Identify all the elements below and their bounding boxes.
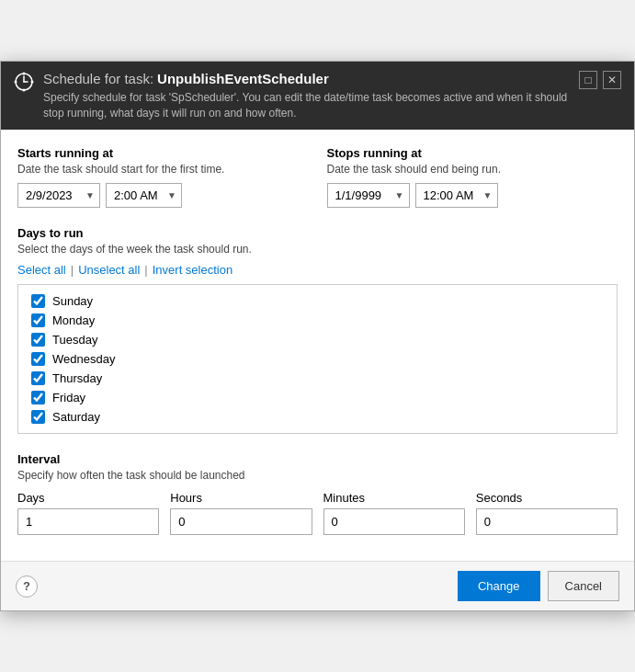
header-title: Schedule for task: UnpublishEventSchedul… bbox=[43, 71, 570, 86]
schedule-dialog: Schedule for task: UnpublishEventSchedul… bbox=[0, 61, 635, 612]
unselect-all-button[interactable]: Unselect all bbox=[78, 263, 140, 277]
days-desc: Select the days of the week the task sho… bbox=[17, 243, 618, 256]
header-subtitle: Specify schedule for task 'SpScheduler'.… bbox=[43, 90, 570, 121]
interval-section: Interval Specify how often the task shou… bbox=[17, 452, 618, 535]
stops-time-select[interactable]: 12:00 AM bbox=[415, 183, 498, 208]
day-item: Thursday bbox=[31, 371, 604, 385]
hours-field: Hours bbox=[170, 491, 312, 535]
interval-inputs: Days Hours Minutes Seconds bbox=[17, 491, 618, 535]
minutes-input[interactable] bbox=[323, 508, 465, 535]
starts-date-select[interactable]: 2/9/2023 bbox=[17, 183, 100, 208]
checkbox-friday[interactable] bbox=[31, 391, 45, 404]
day-item: Friday bbox=[31, 391, 604, 404]
days-box: SundayMondayTuesdayWednesdayThursdayFrid… bbox=[17, 284, 618, 434]
sep2: | bbox=[144, 263, 147, 277]
stops-date-wrapper: 1/1/9999 ▼ bbox=[327, 183, 410, 208]
change-button[interactable]: Change bbox=[458, 571, 540, 601]
svg-point-4 bbox=[23, 88, 26, 91]
minutes-field-label: Minutes bbox=[323, 491, 465, 505]
seconds-field: Seconds bbox=[476, 491, 618, 535]
starts-time-wrapper: 2:00 AM ▼ bbox=[106, 183, 182, 208]
dialog-footer: ? Change Cancel bbox=[1, 561, 634, 610]
starts-stops-section: Starts running at Date the task should s… bbox=[17, 146, 618, 208]
starts-date-wrapper: 2/9/2023 ▼ bbox=[17, 183, 100, 208]
day-label-wednesday: Wednesday bbox=[52, 352, 115, 366]
header-content: Schedule for task: UnpublishEventSchedul… bbox=[43, 71, 570, 121]
starts-label: Starts running at bbox=[17, 146, 309, 160]
select-all-button[interactable]: Select all bbox=[17, 263, 66, 277]
days-input[interactable] bbox=[17, 508, 159, 535]
svg-point-6 bbox=[31, 80, 34, 83]
day-label-sunday: Sunday bbox=[52, 294, 93, 308]
title-name: UnpublishEventScheduler bbox=[157, 71, 329, 86]
interval-title: Interval bbox=[17, 452, 618, 466]
stops-label: Stops running at bbox=[327, 146, 618, 160]
header-controls: □ ✕ bbox=[579, 71, 621, 89]
invert-selection-button[interactable]: Invert selection bbox=[153, 263, 232, 277]
dialog-body: Starts running at Date the task should s… bbox=[1, 130, 634, 561]
scheduler-icon bbox=[14, 72, 34, 92]
close-button[interactable]: ✕ bbox=[603, 71, 621, 89]
stops-inputs: 1/1/9999 ▼ 12:00 AM ▼ bbox=[327, 183, 618, 208]
interval-desc: Specify how often the task should be lau… bbox=[17, 469, 618, 482]
checkbox-tuesday[interactable] bbox=[31, 333, 45, 347]
day-item: Wednesday bbox=[31, 352, 604, 366]
title-prefix: Schedule for task: bbox=[43, 71, 153, 86]
hours-field-label: Hours bbox=[170, 491, 312, 505]
checkbox-wednesday[interactable] bbox=[31, 352, 45, 366]
days-section: Days to run Select the days of the week … bbox=[17, 226, 618, 434]
stops-date-select[interactable]: 1/1/9999 bbox=[327, 183, 410, 208]
minutes-field: Minutes bbox=[323, 491, 465, 535]
cancel-button[interactable]: Cancel bbox=[548, 571, 619, 601]
days-field-label: Days bbox=[17, 491, 159, 505]
starts-inputs: 2/9/2023 ▼ 2:00 AM ▼ bbox=[17, 183, 309, 208]
starts-desc: Date the task should start for the first… bbox=[17, 163, 309, 176]
starts-group: Starts running at Date the task should s… bbox=[17, 146, 309, 208]
hours-input[interactable] bbox=[170, 508, 312, 535]
checkbox-sunday[interactable] bbox=[31, 294, 45, 308]
day-label-friday: Friday bbox=[52, 391, 85, 404]
day-item: Tuesday bbox=[31, 333, 604, 347]
days-field: Days bbox=[17, 491, 159, 535]
day-item: Monday bbox=[31, 313, 604, 327]
stops-time-wrapper: 12:00 AM ▼ bbox=[415, 183, 498, 208]
day-item: Sunday bbox=[31, 294, 604, 308]
stops-group: Stops running at Date the task should en… bbox=[327, 146, 618, 208]
starts-time-select[interactable]: 2:00 AM bbox=[106, 183, 182, 208]
day-label-tuesday: Tuesday bbox=[52, 333, 97, 347]
sep1: | bbox=[71, 263, 74, 277]
footer-buttons: Change Cancel bbox=[458, 571, 619, 601]
day-item: Saturday bbox=[31, 410, 604, 424]
seconds-input[interactable] bbox=[476, 508, 618, 535]
help-button[interactable]: ? bbox=[16, 575, 38, 598]
day-label-monday: Monday bbox=[52, 313, 95, 327]
dialog-header: Schedule for task: UnpublishEventSchedul… bbox=[1, 62, 634, 131]
checkbox-monday[interactable] bbox=[31, 313, 45, 327]
checkbox-saturday[interactable] bbox=[31, 410, 45, 424]
days-title: Days to run bbox=[17, 226, 618, 240]
seconds-field-label: Seconds bbox=[476, 491, 618, 505]
stops-desc: Date the task should end being run. bbox=[327, 163, 618, 176]
svg-point-3 bbox=[23, 72, 26, 74]
day-label-saturday: Saturday bbox=[52, 410, 100, 424]
checkbox-thursday[interactable] bbox=[31, 371, 45, 385]
day-label-thursday: Thursday bbox=[52, 371, 102, 385]
minimize-button[interactable]: □ bbox=[579, 71, 597, 89]
day-selection-links: Select all | Unselect all | Invert selec… bbox=[17, 263, 618, 277]
svg-point-5 bbox=[15, 80, 17, 83]
